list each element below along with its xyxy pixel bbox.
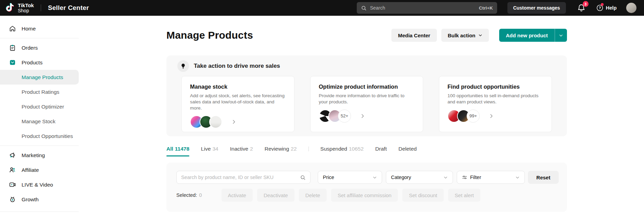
topbar: TikTok Shop Seller Center Ctrl+K Custome… — [0, 0, 644, 16]
tab-label: Draft — [375, 146, 387, 152]
topbar-divider — [41, 4, 41, 11]
user-avatar[interactable] — [626, 3, 636, 13]
video-camera-icon — [9, 181, 16, 188]
logo-line1: TikTok — [18, 3, 34, 8]
app-title: Seller Center — [48, 4, 89, 12]
sidebar-item-label: Growth — [22, 196, 39, 203]
sidebar-item-label: Products — [22, 60, 42, 66]
card-manage-stock[interactable]: Manage stock Add or adjust stock, set al… — [181, 76, 294, 132]
help-label: Help — [606, 5, 617, 11]
tab-all[interactable]: All 11478 — [166, 146, 189, 152]
sidebar-item-product-optimizer[interactable]: Product Optimizer — [0, 99, 79, 114]
price-dropdown[interactable]: Price — [318, 171, 382, 184]
tab-reviewing[interactable]: Reviewing 22 — [265, 146, 297, 152]
sidebar-subitem-label: Product Opportunities — [22, 133, 73, 139]
card-description: Provide more information to drive traffi… — [319, 93, 415, 105]
sidebar-item-manage-products[interactable]: Manage Products — [0, 70, 79, 85]
sidebar: Home Orders Products Manage Products Pro… — [0, 16, 79, 216]
tab-label: Deleted — [399, 146, 417, 152]
tab-suspended[interactable]: Suspended 10652 — [320, 146, 364, 152]
set-discount-button[interactable]: Set discount — [402, 189, 444, 202]
lightbulb-icon — [177, 60, 189, 72]
sidebar-subitem-label: Manage Stock — [22, 118, 55, 125]
chevron-right-icon[interactable] — [231, 119, 237, 125]
add-product-dropdown-button[interactable] — [555, 29, 567, 42]
page-header: Manage Products Media Center Bulk action… — [166, 29, 567, 42]
product-avatars: 52+ — [319, 110, 351, 123]
filter-row: Price Category — [176, 171, 562, 184]
sidebar-item-marketing[interactable]: Marketing — [0, 148, 79, 163]
sidebar-item-growth[interactable]: Growth — [0, 192, 79, 207]
tab-count: 2 — [250, 146, 253, 152]
tab-live[interactable]: Live 34 — [201, 146, 218, 152]
tab-inactive[interactable]: Inactive 2 — [230, 146, 253, 152]
category-dropdown[interactable]: Category — [386, 171, 453, 184]
search-shortcut: Ctrl+K — [479, 5, 493, 11]
logo-wordmark: TikTok Shop — [18, 3, 34, 13]
tab-draft[interactable]: Draft — [375, 146, 387, 152]
avatar-count-badge: 99+ — [467, 110, 480, 123]
tab-label: Live — [201, 146, 211, 152]
sidebar-item-product-ratings[interactable]: Product Ratings — [0, 85, 79, 99]
tab-count: 10652 — [349, 146, 364, 152]
tiktok-note-icon — [5, 3, 15, 13]
status-tabs: All 11478 Live 34 Inactive 2 Reviewing 2… — [166, 146, 567, 156]
tab-label: Reviewing — [265, 146, 289, 152]
product-search-input[interactable] — [181, 175, 296, 180]
sidebar-item-label: Marketing — [22, 152, 45, 158]
customer-messages-button[interactable]: Customer messages — [507, 2, 566, 14]
bulk-action-label: Bulk action — [448, 33, 476, 38]
media-center-button[interactable]: Media Center — [391, 29, 437, 42]
sidebar-divider — [0, 145, 79, 146]
chevron-down-icon — [478, 33, 482, 37]
deactivate-button[interactable]: Deactivate — [257, 189, 294, 202]
sidebar-item-label: Orders — [22, 45, 38, 51]
chevron-right-icon[interactable] — [489, 113, 494, 119]
home-icon — [9, 25, 16, 32]
sales-tips-banner: Take action to drive more sales Manage s… — [166, 55, 567, 136]
sidebar-item-affiliate[interactable]: Affiliate — [0, 163, 79, 177]
sidebar-item-orders[interactable]: Orders — [0, 40, 79, 55]
sidebar-item-live-video[interactable]: LIVE & Video — [0, 177, 79, 192]
product-search-box[interactable] — [176, 171, 311, 184]
bulk-actions-row: Selected: 0 Activate Deactivate Delete S… — [176, 189, 562, 202]
tip-cards: Manage stock Add or adjust stock, set al… — [181, 76, 552, 132]
help-alert-dot — [601, 3, 604, 6]
sidebar-item-label: Home — [22, 26, 36, 32]
page-title: Manage Products — [166, 29, 253, 41]
sidebar-item-manage-stock[interactable]: Manage Stock — [0, 114, 79, 129]
tab-label: All — [166, 146, 173, 152]
sidebar-item-product-opportunities[interactable]: Product Opportunities — [0, 129, 79, 143]
chevron-right-icon[interactable] — [360, 113, 365, 119]
card-optimize-product-information[interactable]: Optimize product information Provide mor… — [310, 76, 423, 132]
tabs-divider — [308, 147, 309, 151]
add-new-product-button[interactable]: Add new product — [499, 29, 555, 42]
set-affiliate-commission-button[interactable]: Set affiliate commission — [331, 189, 398, 202]
global-search[interactable]: Ctrl+K — [357, 2, 497, 14]
filter-dropdown[interactable]: Filter — [457, 171, 525, 184]
notifications-button[interactable]: 3 — [577, 3, 586, 12]
card-description: 100 opportunities to sell in-demand prod… — [447, 93, 543, 105]
search-icon[interactable] — [300, 175, 306, 180]
bulk-action-button[interactable]: Bulk action — [441, 29, 489, 42]
help-button[interactable]: ? Help — [596, 4, 617, 12]
filter-dropdown-label: Filter — [470, 175, 513, 180]
products-icon — [9, 59, 16, 66]
sidebar-item-label: LIVE & Video — [22, 182, 53, 188]
sidebar-item-label: Affiliate — [22, 167, 39, 173]
chevron-down-icon — [559, 33, 563, 38]
filter-sliders-icon — [462, 175, 467, 180]
sidebar-item-home[interactable]: Home — [0, 21, 79, 36]
global-search-input[interactable] — [370, 5, 476, 11]
filter-panel: Price Category — [166, 163, 567, 212]
tab-deleted[interactable]: Deleted — [399, 146, 417, 152]
sidebar-item-products[interactable]: Products — [0, 55, 79, 70]
activate-button[interactable]: Activate — [222, 189, 253, 202]
banner-title: Take action to drive more sales — [194, 63, 280, 69]
reset-button[interactable]: Reset — [528, 171, 559, 184]
tiktok-shop-logo[interactable]: TikTok Shop — [5, 3, 34, 13]
set-alert-button[interactable]: Set alert — [448, 189, 480, 202]
delete-button[interactable]: Delete — [299, 189, 327, 202]
media-center-label: Media Center — [398, 33, 430, 38]
card-find-product-opportunities[interactable]: Find product opportunities 100 opportuni… — [439, 76, 552, 132]
